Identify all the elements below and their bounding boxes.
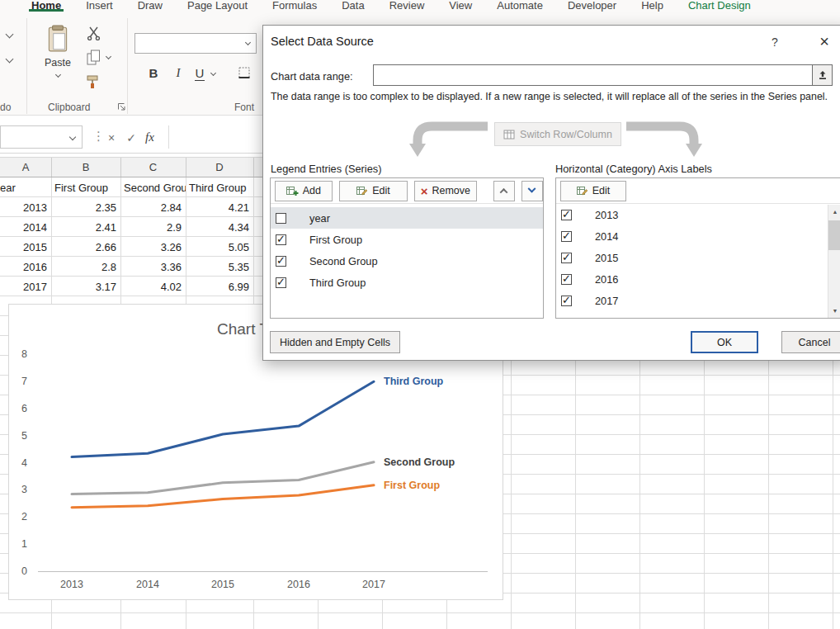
scroll-up-icon[interactable]: ▲ [828, 205, 840, 219]
ribbon-tab[interactable]: Developer [568, 0, 616, 12]
ribbon-tab[interactable]: View [449, 0, 472, 12]
move-up-button[interactable] [493, 181, 515, 201]
axis-checkbox[interactable] [561, 296, 572, 306]
axis-list-item[interactable]: 2013 [556, 204, 840, 225]
ribbon-tab[interactable]: Draw [138, 0, 163, 12]
cell[interactable]: 2.84 [120, 201, 186, 214]
column-separator [253, 158, 254, 177]
cut-button[interactable] [84, 25, 102, 41]
cell[interactable]: 2015 [0, 241, 51, 253]
ribbon-tab[interactable]: Formulas [272, 0, 317, 12]
series-list-item[interactable]: year [271, 207, 543, 229]
cell[interactable]: 2016 [0, 261, 51, 273]
switch-row-column-button[interactable]: Switch Row/Column [494, 122, 621, 146]
undo-dropdown-icon[interactable] [6, 31, 14, 39]
axis-list-item[interactable]: 2015 [556, 247, 840, 268]
cell[interactable]: 4.34 [186, 221, 253, 234]
borders-icon[interactable] [238, 66, 251, 79]
add-series-button[interactable]: Add [275, 181, 333, 201]
column-header[interactable]: D [186, 158, 253, 177]
axis-checkbox[interactable] [561, 210, 572, 220]
cell[interactable]: ear [0, 182, 51, 194]
ribbon-tab[interactable]: Help [641, 0, 663, 12]
series-list-item[interactable]: First Group [271, 229, 543, 250]
series-list-item[interactable]: Second Group [271, 250, 543, 272]
series-list-item[interactable]: Third Group [271, 272, 543, 293]
cell[interactable]: 2.35 [51, 201, 120, 214]
hidden-and-empty-cells-button[interactable]: Hidden and Empty Cells [270, 331, 400, 353]
cell[interactable]: 2014 [0, 221, 51, 234]
cell[interactable]: 5.05 [186, 241, 253, 253]
underline-button[interactable]: U [191, 63, 208, 83]
axis-checkbox[interactable] [561, 274, 572, 285]
remove-series-button[interactable]: × Remove [414, 181, 477, 201]
ribbon-tab[interactable]: Insert [86, 0, 113, 12]
paste-button[interactable]: Paste [36, 21, 79, 101]
sheet-row: 2013 2.35 2.84 4.21 [0, 197, 253, 217]
range-picker-button[interactable] [812, 65, 832, 85]
series-checkbox[interactable] [276, 234, 286, 245]
cell[interactable]: Third Group [186, 182, 253, 194]
format-painter-button[interactable] [83, 73, 102, 91]
cell[interactable]: 2.8 [51, 261, 120, 273]
series-checkbox[interactable] [276, 277, 286, 288]
edit-label: Edit [592, 185, 611, 196]
ribbon-tab[interactable]: Review [389, 0, 425, 12]
name-box[interactable] [0, 125, 83, 149]
cell[interactable]: 4.21 [186, 201, 253, 214]
move-down-button[interactable] [521, 181, 543, 201]
column-header[interactable]: A [0, 158, 51, 177]
copy-dropdown-icon[interactable] [106, 54, 111, 59]
axis-list-item[interactable]: 2014 [556, 225, 840, 247]
axis-checkbox[interactable] [561, 253, 572, 263]
italic-button[interactable]: I [170, 63, 186, 83]
sheet-row: 2015 2.66 3.26 5.05 [0, 237, 253, 257]
scrollbar-thumb[interactable] [828, 220, 840, 250]
column-header[interactable]: B [51, 158, 120, 177]
axis-checkbox[interactable] [561, 231, 572, 242]
cell[interactable]: 3.17 [51, 281, 120, 293]
cell[interactable]: 2.9 [120, 221, 186, 234]
ribbon-tab[interactable]: Data [342, 0, 364, 12]
series-checkbox[interactable] [276, 256, 286, 267]
ribbon-tab[interactable]: Automate [497, 0, 543, 12]
edit-axis-button[interactable]: Edit [560, 181, 626, 201]
svg-text:7: 7 [21, 376, 27, 387]
chart-data-range-input[interactable] [373, 64, 833, 86]
scroll-down-icon[interactable]: ▼ [828, 304, 840, 318]
swap-arrow-right-icon [626, 120, 705, 161]
axis-list-item[interactable]: 2016 [556, 268, 840, 290]
clipboard-dialog-launcher-icon[interactable] [117, 102, 126, 111]
close-button[interactable]: × [811, 30, 838, 53]
enter-entry-button[interactable]: ✓ [122, 128, 140, 148]
scrollbar[interactable]: ▲ ▼ [828, 205, 840, 318]
cell[interactable]: Second Group [120, 182, 186, 194]
cell[interactable]: First Group [51, 182, 120, 194]
ribbon-tab[interactable]: Chart Design [688, 0, 751, 12]
font-name-combobox[interactable] [134, 33, 257, 54]
axis-list-item[interactable]: 2017 [556, 290, 840, 311]
ok-button[interactable]: OK [691, 331, 758, 353]
cell[interactable]: 2.66 [51, 241, 120, 253]
cell[interactable]: 2013 [0, 201, 51, 214]
redo-dropdown-icon[interactable] [6, 55, 14, 64]
cell[interactable]: 2.41 [51, 221, 120, 234]
bold-button[interactable]: B [145, 63, 162, 83]
cell[interactable]: 2017 [0, 281, 51, 293]
cell[interactable]: 5.35 [186, 261, 253, 273]
copy-button[interactable] [84, 48, 102, 66]
column-header[interactable]: C [120, 158, 186, 177]
cell[interactable]: 4.02 [120, 281, 186, 293]
cell[interactable]: 3.26 [120, 241, 186, 253]
underline-dropdown-icon[interactable] [210, 70, 216, 76]
cell[interactable]: 3.36 [120, 261, 186, 273]
series-checkbox[interactable] [276, 213, 286, 224]
ribbon-tab[interactable]: Home [31, 0, 61, 12]
cancel-button[interactable]: Cancel [781, 331, 840, 353]
insert-function-button[interactable]: fx [145, 130, 154, 144]
ribbon-tab[interactable]: Page Layout [187, 0, 248, 12]
edit-series-button[interactable]: Edit [339, 181, 408, 201]
cell[interactable]: 6.99 [186, 281, 253, 293]
help-button[interactable]: ? [765, 32, 785, 52]
cancel-entry-button[interactable]: × [102, 128, 120, 148]
